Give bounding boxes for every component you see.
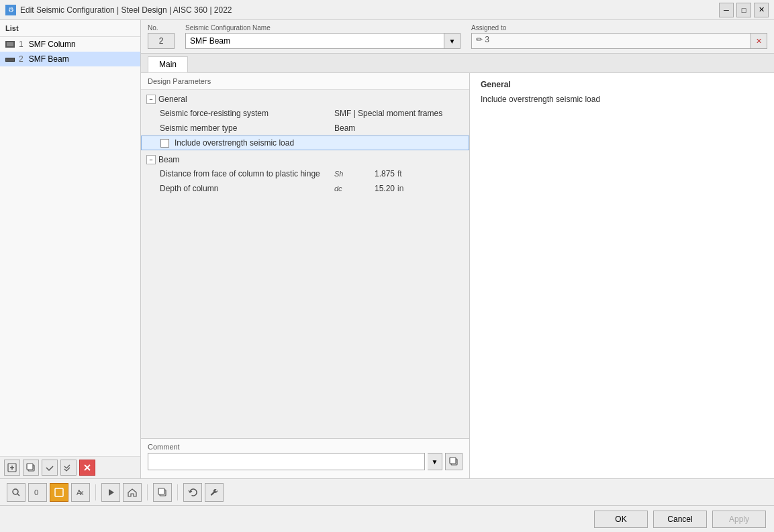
comment-copy-button[interactable]: [445, 453, 463, 470]
beam-collapse-btn[interactable]: −: [146, 155, 156, 164]
config-name-label: Seismic Configuration Name: [185, 24, 461, 32]
general-section: − General Seismic force-resisting system…: [141, 93, 469, 150]
close-button[interactable]: ✕: [754, 3, 769, 17]
comment-input[interactable]: [148, 453, 425, 470]
apply-button[interactable]: Apply: [712, 511, 766, 528]
toolbar-divider-1: [95, 484, 96, 500]
zero-tool-button[interactable]: 0: [28, 483, 47, 502]
add-config-button[interactable]: [4, 460, 20, 476]
sidebar-header: List: [0, 20, 140, 37]
design-params-content: − General Seismic force-resisting system…: [141, 90, 469, 438]
plastic-hinge-value: 1.875: [354, 169, 395, 178]
info-panel: General Include overstrength seismic loa…: [470, 73, 774, 478]
plastic-hinge-unit: ft: [395, 169, 415, 178]
plastic-hinge-symbol: Sh: [334, 170, 354, 178]
overstrength-row: Include overstrength seismic load: [141, 136, 469, 150]
check-button[interactable]: [42, 460, 58, 476]
comment-dropdown[interactable]: ▼: [428, 453, 442, 470]
seismic-force-system-value: SMF | Special moment frames: [334, 109, 464, 118]
config-name-input[interactable]: [185, 33, 444, 49]
config-name-dropdown[interactable]: ▼: [444, 33, 461, 49]
comment-label: Comment: [148, 443, 463, 451]
wrench-tool-button[interactable]: [205, 483, 224, 502]
design-panel: Design Parameters − General Seismic forc…: [141, 73, 470, 478]
seismic-member-type-label: Seismic member type: [160, 123, 334, 133]
plastic-hinge-label: Distance from face of column to plastic …: [160, 169, 334, 178]
beam-section-header[interactable]: − Beam: [141, 153, 469, 166]
column-icon: [5, 41, 15, 48]
comment-area: Comment ▼: [141, 438, 469, 478]
check-all-button[interactable]: [60, 460, 77, 476]
sidebar-toolbar: [0, 456, 140, 478]
info-panel-text: Include overstrength seismic load: [481, 95, 763, 104]
bottom-toolbar: 0 Ax: [0, 478, 774, 505]
sidebar-list: 1 SMF Column 2 SMF Beam: [0, 37, 140, 456]
depth-column-label: Depth of column: [160, 184, 334, 193]
duplicate-config-button[interactable]: [23, 460, 39, 476]
svg-rect-7: [55, 488, 63, 496]
assigned-label: Assigned to: [471, 24, 767, 32]
svg-rect-12: [158, 488, 164, 494]
sidebar-item-label-beam: SMF Beam: [29, 54, 69, 64]
config-no-value: 2: [148, 33, 175, 49]
sidebar-item-label-column: SMF Column: [29, 40, 76, 49]
minimize-button[interactable]: ─: [719, 3, 734, 17]
assigned-clear-button[interactable]: ✕: [751, 33, 767, 49]
app-icon: ⚙: [5, 5, 16, 15]
toolbar-divider-3: [177, 484, 178, 500]
maximize-button[interactable]: □: [736, 3, 751, 17]
seismic-force-system-row: Seismic force-resisting system SMF | Spe…: [141, 106, 469, 121]
beam-section-title: Beam: [158, 155, 179, 164]
settings-tool-button[interactable]: Ax: [71, 483, 90, 502]
info-panel-title: General: [481, 80, 763, 89]
title-bar: ⚙ Edit Seismic Configuration | Steel Des…: [0, 0, 774, 20]
copy-tool-button[interactable]: [153, 483, 172, 502]
sidebar: List 1 SMF Column 2 SMF Beam: [0, 20, 141, 478]
depth-column-value: 15.20: [354, 184, 395, 193]
play-tool-button[interactable]: [101, 483, 120, 502]
beam-section: − Beam Distance from face of column to p…: [141, 153, 469, 196]
beam-icon: [5, 58, 15, 62]
overstrength-label: Include overstrength seismic load: [160, 138, 335, 148]
assigned-group: Assigned to ✏ 3 ✕: [471, 24, 767, 49]
toolbar-divider-2: [147, 484, 148, 500]
box-tool-button[interactable]: [50, 483, 68, 502]
ok-button[interactable]: OK: [594, 511, 648, 528]
seismic-member-type-row: Seismic member type Beam: [141, 121, 469, 136]
config-header: No. 2 Seismic Configuration Name ▼ Assig…: [141, 20, 774, 54]
assigned-value: ✏ 3: [471, 33, 751, 49]
svg-marker-10: [109, 489, 114, 496]
overstrength-checkbox[interactable]: [160, 139, 169, 148]
home-tool-button[interactable]: [123, 483, 142, 502]
tab-bar: Main: [141, 54, 774, 73]
general-section-title: General: [158, 95, 187, 104]
delete-config-button[interactable]: [79, 460, 95, 476]
config-no-label: No.: [148, 24, 175, 32]
window-title: Edit Seismic Configuration | Steel Desig…: [20, 5, 232, 15]
undo-tool-button[interactable]: [183, 483, 202, 502]
sidebar-item-smf-beam[interactable]: 2 SMF Beam: [0, 52, 140, 66]
main-content: List 1 SMF Column 2 SMF Beam: [0, 20, 774, 478]
general-collapse-btn[interactable]: −: [146, 95, 156, 104]
svg-point-5: [13, 489, 18, 494]
tab-main[interactable]: Main: [148, 56, 188, 72]
content-area: Design Parameters − General Seismic forc…: [141, 73, 774, 478]
cancel-button[interactable]: Cancel: [653, 511, 707, 528]
config-name-group: Seismic Configuration Name ▼: [185, 24, 461, 49]
sidebar-item-smf-column[interactable]: 1 SMF Column: [0, 37, 140, 52]
search-tool-button[interactable]: [7, 483, 26, 502]
depth-column-row: Depth of column dc 15.20 in: [141, 181, 469, 196]
depth-column-unit: in: [395, 184, 415, 193]
svg-rect-4: [450, 458, 456, 464]
right-panel: No. 2 Seismic Configuration Name ▼ Assig…: [141, 20, 774, 478]
svg-rect-2: [27, 464, 33, 470]
general-section-header[interactable]: − General: [141, 93, 469, 106]
seismic-member-type-value: Beam: [334, 123, 464, 133]
seismic-force-system-label: Seismic force-resisting system: [160, 109, 334, 118]
depth-column-symbol: dc: [334, 184, 354, 193]
config-no-group: No. 2: [148, 24, 175, 49]
plastic-hinge-row: Distance from face of column to plastic …: [141, 166, 469, 181]
svg-text:0: 0: [34, 488, 38, 496]
svg-text:x: x: [80, 488, 84, 496]
design-panel-header: Design Parameters: [141, 73, 469, 90]
